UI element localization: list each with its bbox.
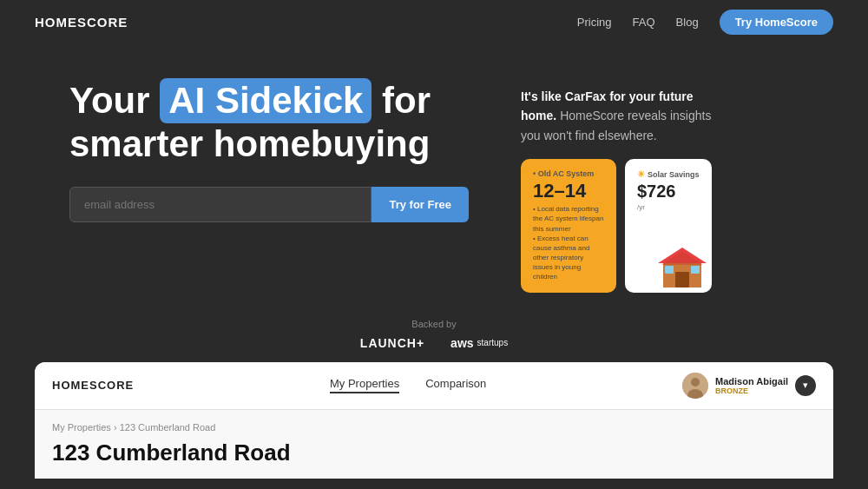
email-input[interactable] [69,187,372,222]
feature-cards: • Old AC System 12–14 • Local data repor… [521,159,712,293]
backed-label: Backed by [0,319,868,329]
hero-section: Your AI Sidekick forsmarter homebuying T… [0,43,868,310]
user-badge: BRONZE [715,387,788,395]
solar-card-subdesc: /yr [637,203,700,211]
bottom-nav-comparison[interactable]: Comparison [425,377,486,393]
avatar-svg [682,373,708,399]
nav-links: Pricing FAQ Blog Try HomeScore [577,10,833,35]
solar-savings-card: ☀ Solar Savings $726 /yr [625,159,712,293]
bottom-nav-my-properties[interactable]: My Properties [330,377,399,393]
svg-point-7 [691,378,700,387]
ac-card-desc2: • Excess heat can cause asthma and other… [533,234,604,282]
try-free-button[interactable]: Try for Free [372,187,469,222]
launch-logo: LAUNCH+ [360,336,424,350]
hero-title-highlight: AI Sidekick [160,78,372,123]
aws-logo-text: aws [450,336,473,350]
nav-cta-button[interactable]: Try HomeScore [720,10,833,35]
sun-icon: ☀ [637,169,645,179]
hero-title-before: Your [69,80,150,121]
ac-card-label: • Old AC System [533,169,604,178]
bottom-nav-links: My Properties Comparison [151,377,665,393]
bottom-content: My Properties › 123 Cumberland Road 123 … [35,410,833,479]
solar-card-label: ☀ Solar Savings [637,169,700,179]
hero-right: It's like CarFax for your future home. H… [521,78,712,293]
bottom-panel: HOMESCORE My Properties Comparison Madis… [35,362,833,479]
nav-link-faq[interactable]: FAQ [633,16,655,29]
avatar [682,373,708,399]
hero-left: Your AI Sidekick forsmarter homebuying T… [69,78,469,240]
user-name: Madison Abigail [715,376,788,387]
nav-link-blog[interactable]: Blog [676,16,699,29]
user-area: Madison Abigail BRONZE ▾ [682,373,816,399]
breadcrumb-home[interactable]: My Properties [52,422,111,433]
ac-system-card: • Old AC System 12–14 • Local data repor… [521,159,616,293]
hero-description: It's like CarFax for your future home. H… [521,87,712,145]
aws-logo: aws startups [450,336,508,350]
breadcrumb-current: 123 Cumberland Road [120,422,216,433]
hero-title: Your AI Sidekick forsmarter homebuying [69,78,469,166]
hero-input-row: Try for Free [69,187,469,222]
user-menu-button[interactable]: ▾ [795,375,816,396]
svg-rect-2 [675,272,689,287]
ac-card-value: 12–14 [533,182,604,201]
solar-card-value: $726 [637,182,700,200]
bottom-logo: HOMESCORE [52,379,134,392]
backed-by-section: Backed by LAUNCH+ aws startups [0,310,868,362]
ac-card-desc1: • Local data reporting the AC system lif… [533,204,604,234]
breadcrumb: My Properties › 123 Cumberland Road [52,422,816,433]
nav-link-pricing[interactable]: Pricing [577,16,612,29]
breadcrumb-separator: › [114,422,120,433]
navbar: HOMESCORE Pricing FAQ Blog Try HomeScore [0,0,868,43]
nav-logo: HOMESCORE [35,15,128,30]
user-info: Madison Abigail BRONZE [715,376,788,395]
aws-startups-text: startups [477,338,509,347]
bottom-navbar: HOMESCORE My Properties Comparison Madis… [35,362,833,410]
backed-logos: LAUNCH+ aws startups [0,336,868,350]
svg-rect-4 [691,266,700,274]
svg-rect-3 [665,266,674,274]
house-illustration [656,246,708,289]
property-title: 123 Cumberland Road [52,439,816,466]
